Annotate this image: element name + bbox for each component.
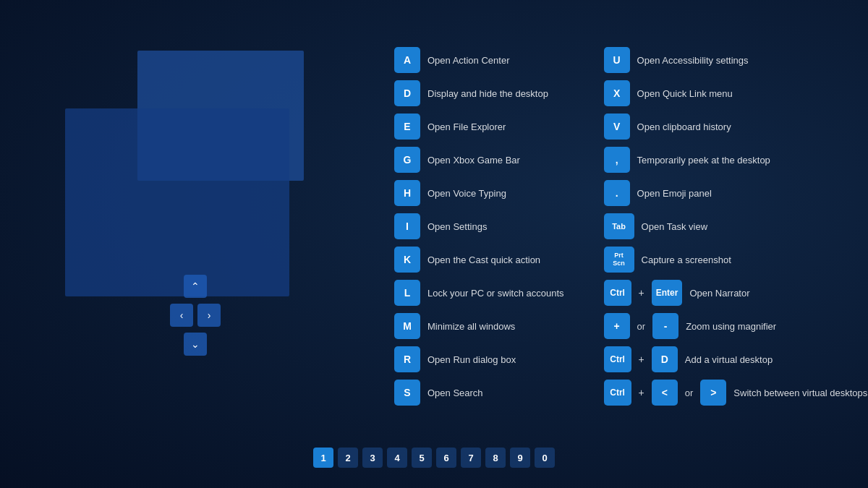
arrow-up-button[interactable]: ⌃ <box>184 275 207 298</box>
shortcut-row: UOpen Accessibility settings <box>604 47 868 73</box>
shortcut-description: Add a virtual desktop <box>685 354 773 365</box>
horizontal-controls: ‹ › <box>166 304 225 327</box>
shortcut-row: Ctrl+DAdd a virtual desktop <box>604 346 868 372</box>
key-badge: S <box>394 380 420 406</box>
shortcut-description: Open Xbox Game Bar <box>427 155 520 166</box>
shortcut-row: AOpen Action Center <box>394 47 564 73</box>
ctrl-key-badge: Ctrl <box>604 346 631 372</box>
shortcut-row: Ctrl+<or>Switch between virtual desktops <box>604 380 868 406</box>
shortcut-row: .Open Emoji panel <box>604 180 868 206</box>
shortcut-column-right: UOpen Accessibility settingsXOpen Quick … <box>604 47 868 406</box>
shortcut-description: Switch between virtual desktops <box>733 388 867 398</box>
or-text: or <box>637 321 646 332</box>
shortcut-row: XOpen Quick Link menu <box>604 80 868 106</box>
arrow-right-button[interactable]: › <box>197 304 221 327</box>
shortcut-row: GOpen Xbox Game Bar <box>394 147 564 173</box>
page-button-2[interactable]: 2 <box>338 448 358 468</box>
page-button-4[interactable]: 4 <box>387 448 407 468</box>
key-badge: K <box>394 247 420 273</box>
shortcut-row: PrtScnCapture a screenshot <box>604 247 868 273</box>
shortcut-description: Open Narrator <box>689 288 749 299</box>
shortcut-description: Open File Explorer <box>427 121 506 132</box>
shortcut-description: Open Settings <box>427 221 487 232</box>
shortcut-row: TabOpen Task view <box>604 213 868 239</box>
page-button-8[interactable]: 8 <box>485 448 506 468</box>
page-button-9[interactable]: 9 <box>510 448 530 468</box>
shortcut-description: Open clipboard history <box>637 121 731 132</box>
left-panel: ⌃ ‹ › ⌄ <box>43 36 354 441</box>
d-key-badge: D <box>652 346 678 372</box>
key-badge: R <box>394 346 420 372</box>
shortcut-row: MMinimize all windows <box>394 313 564 339</box>
page-button-7[interactable]: 7 <box>461 448 481 468</box>
enter-key-badge: Enter <box>652 280 683 306</box>
shortcut-row: VOpen clipboard history <box>604 114 868 140</box>
key-badge: E <box>394 114 420 140</box>
page-button-0[interactable]: 0 <box>535 448 555 468</box>
key-badge: A <box>394 47 420 73</box>
shortcuts-container: AOpen Action CenterDDisplay and hide the… <box>394 47 867 406</box>
left-arrow-key-badge: < <box>652 380 678 406</box>
shortcut-description: Open the Cast quick action <box>427 254 540 265</box>
key-badge: U <box>604 47 630 73</box>
shortcut-description: Lock your PC or switch accounts <box>427 288 564 299</box>
shortcut-row: LLock your PC or switch accounts <box>394 280 564 306</box>
shortcut-description: Open Run dialog box <box>427 354 516 365</box>
shortcut-description: Minimize all windows <box>427 321 515 332</box>
shortcut-row: Ctrl+EnterOpen Narrator <box>604 280 868 306</box>
key-badge: D <box>394 80 420 106</box>
plus-text: + <box>639 287 644 299</box>
shortcut-row: SOpen Search <box>394 380 564 406</box>
tab-key-badge: Tab <box>604 213 634 239</box>
plus-key-badge: + <box>604 313 630 339</box>
arrow-left-button[interactable]: ‹ <box>170 304 193 327</box>
shortcut-row: ,Temporarily peek at the desktop <box>604 147 868 173</box>
key-badge: H <box>394 180 420 206</box>
key-badge: V <box>604 114 630 140</box>
arrow-down-button[interactable]: ⌄ <box>184 333 207 356</box>
key-badge: , <box>604 147 630 173</box>
shortcut-description: Open Voice Typing <box>427 188 506 199</box>
plus-text: + <box>639 387 644 398</box>
shortcut-row: DDisplay and hide the desktop <box>394 80 564 106</box>
shortcut-row: ROpen Run dialog box <box>394 346 564 372</box>
shortcut-description: Open Task view <box>642 221 708 232</box>
key-badge: X <box>604 80 630 106</box>
key-badge: I <box>394 213 420 239</box>
page-button-3[interactable]: 3 <box>362 448 383 468</box>
key-badge: G <box>394 147 420 173</box>
shortcut-description: Display and hide the desktop <box>427 88 548 99</box>
right-arrow-key-badge: > <box>700 380 726 406</box>
ctrl-key-badge: Ctrl <box>604 380 631 406</box>
shortcut-description: Open Accessibility settings <box>637 55 749 66</box>
or-text: or <box>685 388 694 398</box>
shortcut-row: IOpen Settings <box>394 213 564 239</box>
plus-text: + <box>639 354 644 365</box>
shortcut-description: Capture a screenshot <box>642 254 731 265</box>
shortcut-row: EOpen File Explorer <box>394 114 564 140</box>
shortcut-description: Open Quick Link menu <box>637 88 733 99</box>
key-badge: . <box>604 180 630 206</box>
page-button-6[interactable]: 6 <box>436 448 456 468</box>
page-button-5[interactable]: 5 <box>412 448 432 468</box>
shortcut-description: Open Emoji panel <box>637 188 712 199</box>
controls-grid: ⌃ ‹ › ⌄ <box>123 269 268 361</box>
shortcut-description: Open Action Center <box>427 55 509 66</box>
key-badge: M <box>394 313 420 339</box>
shortcut-row: +or-Zoom using magnifier <box>604 313 868 339</box>
key-badge: L <box>394 280 420 306</box>
shortcut-description: Temporarily peek at the desktop <box>637 155 770 166</box>
page-button-1[interactable]: 1 <box>313 448 333 468</box>
shortcut-row: HOpen Voice Typing <box>394 180 564 206</box>
window-controls-section: ⌃ ‹ › ⌄ <box>123 260 268 361</box>
pagination: 1234567890 <box>313 448 555 468</box>
shortcut-column-left: AOpen Action CenterDDisplay and hide the… <box>394 47 564 406</box>
prtscn-key-badge: PrtScn <box>604 247 634 273</box>
shortcut-row: KOpen the Cast quick action <box>394 247 564 273</box>
minus-key-badge: - <box>652 313 678 339</box>
shortcut-description: Zoom using magnifier <box>686 321 776 332</box>
ctrl-key-badge: Ctrl <box>604 280 631 306</box>
shortcut-description: Open Search <box>427 388 483 398</box>
